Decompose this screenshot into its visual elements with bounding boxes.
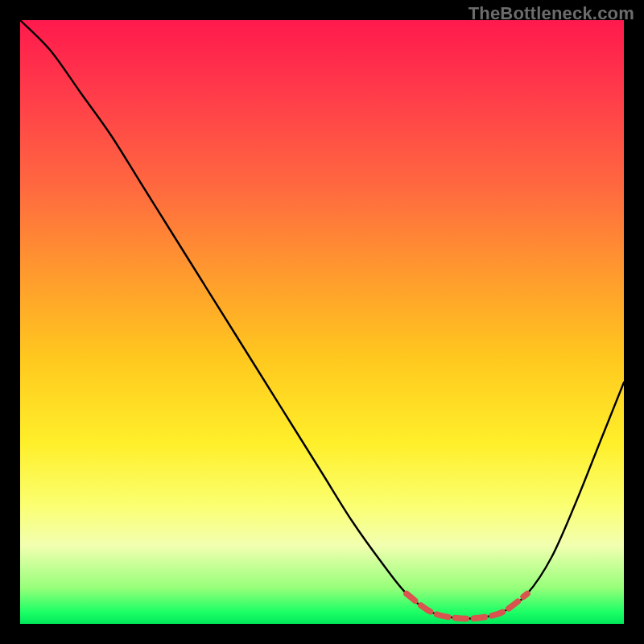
sweet-spot-segment	[407, 594, 527, 619]
watermark-text: TheBottleneck.com	[469, 3, 634, 24]
bottleneck-curve-path	[20, 20, 624, 618]
chart-frame: TheBottleneck.com	[0, 0, 644, 644]
bottleneck-curve-svg	[20, 20, 624, 624]
